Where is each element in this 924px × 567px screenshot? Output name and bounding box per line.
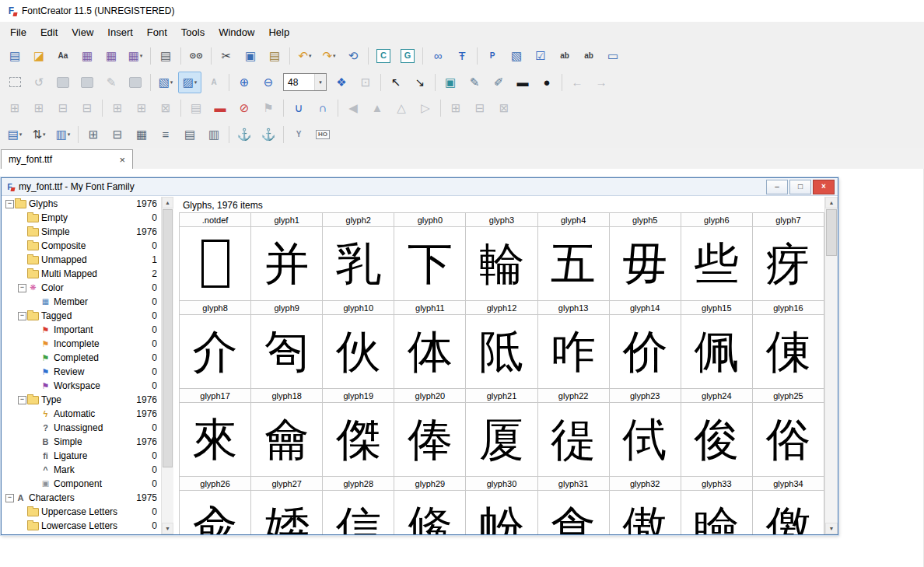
glyph-name-cell-glyph0[interactable]: glyph0 — [394, 213, 466, 227]
glyph-name-cell-glyph6[interactable]: glyph6 — [681, 213, 753, 227]
glyph-cell-glyph30[interactable]: 帉 — [466, 491, 537, 534]
view-grid-button[interactable]: ⊞ — [82, 124, 105, 145]
tree-item-simple[interactable]: Simple1976 — [2, 225, 161, 239]
glyph-name-cell-glyph32[interactable]: glyph32 — [610, 477, 681, 491]
glyph-name-cell-glyph5[interactable]: glyph5 — [610, 213, 681, 227]
glyph-scrollbar-thumb[interactable] — [826, 209, 837, 256]
tree-item-color[interactable]: −❋Color0 — [2, 281, 161, 295]
glyph-cell-glyph22[interactable]: 徥 — [538, 403, 610, 477]
glyph-cell-glyph6[interactable]: 些 — [681, 227, 753, 301]
union-contours-button[interactable]: ∪ — [287, 97, 310, 119]
collapse-icon[interactable]: − — [18, 312, 26, 320]
glyph-test-button[interactable]: A — [202, 72, 226, 93]
glyph-name-cell-glyph31[interactable]: glyph31 — [538, 477, 610, 491]
glyph-cell-glyph21[interactable]: 厦 — [466, 403, 537, 477]
collapse-icon[interactable]: − — [5, 200, 14, 208]
glyph-name-cell-glyph10[interactable]: glyph10 — [323, 301, 394, 315]
sort-glyphs-button[interactable]: ⇅▾ — [27, 124, 51, 145]
glyph-name-cell-glyph28[interactable]: glyph28 — [323, 477, 394, 491]
glyph-cell-glyph12[interactable]: 阺 — [466, 315, 537, 389]
lasso-tool-button[interactable]: ↺ — [27, 72, 51, 93]
print-button[interactable]: ▤ — [154, 45, 177, 67]
glyph-name-cell-glyph14[interactable]: glyph14 — [610, 301, 681, 315]
glyph-cell-glyph29[interactable]: 鯈 — [394, 491, 466, 534]
collapse-icon[interactable]: − — [18, 284, 26, 292]
knife-tool-button[interactable]: ✎ — [100, 72, 123, 93]
glyph-cell-glyph14[interactable]: 价 — [610, 315, 681, 389]
overlap-mode-button[interactable]: ▨▾ — [178, 72, 201, 93]
glyph-name-cell-glyph15[interactable]: glyph15 — [681, 301, 753, 315]
draw-contour-button[interactable]: ✎ — [463, 72, 486, 93]
tree-item-automatic[interactable]: ϟAutomatic1976 — [2, 407, 161, 421]
tree-item-important[interactable]: ⚑Important0 — [2, 323, 161, 337]
glyph-name-cell-glyph1[interactable]: glyph1 — [251, 213, 323, 227]
font-overview-button[interactable]: Aa — [51, 45, 75, 67]
glyph-name-cell-glyph12[interactable]: glyph12 — [466, 301, 537, 315]
font-properties-button[interactable]: P — [481, 45, 504, 67]
tree-item-member[interactable]: ▦Member0 — [2, 295, 161, 309]
tree-item-glyphs[interactable]: −Glyphs1976 — [2, 197, 161, 211]
glyph-cell-glyph1[interactable]: 并 — [251, 227, 323, 301]
tree-item-composite[interactable]: Composite0 — [2, 239, 161, 253]
view-metrics-button[interactable]: ▤ — [178, 124, 201, 145]
clear-glyph-button[interactable]: ▤ — [184, 97, 208, 119]
glyph-name-cell-glyph13[interactable]: glyph13 — [538, 301, 610, 315]
unlink-glyphs-button[interactable]: Ŧ — [450, 45, 474, 67]
glyph-name-cell-glyph8[interactable]: glyph8 — [180, 301, 251, 315]
menu-insert[interactable]: Insert — [100, 24, 140, 40]
glyph-name-cell-glyph4[interactable]: glyph4 — [538, 213, 610, 227]
tree-expand-box[interactable]: − — [5, 494, 15, 502]
align-button[interactable]: ⊠ — [492, 97, 516, 119]
glyph-cell-glyph10[interactable]: 伙 — [323, 315, 394, 389]
glyph-cell-glyph3[interactable]: 輪 — [466, 227, 537, 301]
tree-item-unassigned[interactable]: ?Unassigned0 — [2, 421, 161, 435]
zoom-fit-button[interactable]: ❖ — [330, 72, 353, 93]
glyph-cell-glyph20[interactable]: 俸 — [394, 403, 466, 477]
hinting-options-button[interactable]: HO — [311, 124, 334, 145]
unlink-components-button[interactable]: ⊘ — [233, 97, 256, 119]
glyph-cell-glyph26[interactable]: 兪 — [180, 491, 251, 534]
glyph-name-cell-glyph30[interactable]: glyph30 — [466, 477, 537, 491]
glyph-name-cell-glyph17[interactable]: glyph17 — [180, 389, 251, 403]
glyph-name-cell-glyph34[interactable]: glyph34 — [753, 477, 824, 491]
glyph-cell-glyph5[interactable]: 毋 — [610, 227, 681, 301]
glyph-cell-glyph15[interactable]: 佩 — [681, 315, 753, 389]
glyph-name-cell-glyph26[interactable]: glyph26 — [180, 477, 251, 491]
close-button[interactable]: × — [813, 180, 835, 194]
glyph-cell-glyph19[interactable]: 傑 — [323, 403, 394, 477]
glyph-name-cell-glyph29[interactable]: glyph29 — [394, 477, 466, 491]
glyph-scrollbar[interactable]: ▲ ▼ — [824, 197, 838, 534]
glyph-cell-glyph31[interactable]: 食 — [538, 491, 610, 534]
tab-my-font[interactable]: my_font.ttf × — [1, 149, 133, 169]
tree-expand-box[interactable]: − — [17, 396, 27, 404]
zoom-out-button[interactable]: ⊖ — [257, 72, 280, 93]
tree-scroll-up-icon[interactable]: ▲ — [162, 197, 173, 208]
tree-item-type[interactable]: −Type1976 — [2, 393, 161, 407]
select-tool-button[interactable] — [3, 72, 26, 93]
tree-item-simple[interactable]: BSimple1976 — [2, 435, 161, 449]
tree-scrollbar-thumb[interactable] — [163, 209, 173, 467]
glyph-cell-glyph25[interactable]: 俗 — [753, 403, 824, 477]
glyph-cell-glyph18[interactable]: 龠 — [251, 403, 323, 477]
tree-expand-box[interactable]: − — [17, 312, 27, 320]
fill-tool-button[interactable] — [124, 72, 147, 93]
tree-item-uppercase-letters[interactable]: Uppercase Letters0 — [2, 505, 161, 519]
glyph-name-cell-glyph27[interactable]: glyph27 — [251, 477, 323, 491]
contour-pointer-button[interactable]: ↖ — [384, 72, 408, 93]
glyph-scroll-up-icon[interactable]: ▲ — [825, 197, 838, 208]
tree-scroll-down-icon[interactable]: ▼ — [162, 523, 173, 534]
new-font-button[interactable]: ▤ — [3, 45, 26, 67]
glyph-name-cell-glyph20[interactable]: glyph20 — [394, 389, 466, 403]
cut-button[interactable]: ✂ — [215, 45, 238, 67]
tree-item-multi-mapped[interactable]: Multi Mapped2 — [2, 267, 161, 281]
glyph-cell-glyph28[interactable]: 信 — [323, 491, 394, 534]
menu-font[interactable]: Font — [140, 24, 174, 40]
transform-wizard-button[interactable]: ▧ — [505, 45, 528, 67]
erase-contour-button[interactable]: ✐ — [487, 72, 510, 93]
view-columns-button[interactable]: ▥ — [202, 124, 226, 145]
paste-button[interactable]: ▤ — [263, 45, 286, 67]
tree-item-ligature[interactable]: fiLigature0 — [2, 449, 161, 463]
tree-expand-box[interactable]: − — [17, 284, 27, 292]
flip-vertical-button[interactable]: ▲ — [366, 97, 389, 119]
glyph-cell-glyph27[interactable]: 婑 — [251, 491, 323, 534]
